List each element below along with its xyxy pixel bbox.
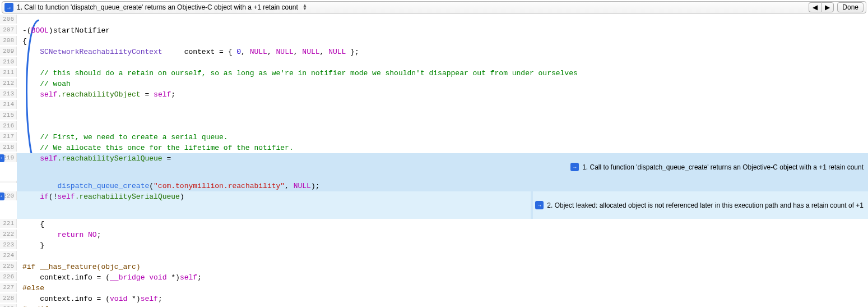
issue-toolbar: → 1. Call to function 'dispatch_queue_cr… (2, 1, 866, 13)
code-line (17, 111, 868, 121)
line-number: 221 (0, 219, 17, 228)
annotation-icon: → (535, 201, 544, 209)
annotation-bubble[interactable]: →1. Call to function 'dispatch_queue_cre… (566, 153, 867, 181)
code-line: #endif (17, 304, 868, 307)
line-number: 211 (0, 68, 17, 77)
issue-marker-icon[interactable]: → (0, 193, 4, 200)
issue-title[interactable]: 1. Call to function 'dispatch_queue_crea… (17, 3, 298, 11)
line-number: 216 (0, 121, 17, 130)
line-number: 224 (0, 251, 17, 260)
issue-stepper[interactable]: ▲▼ (303, 4, 307, 11)
next-button[interactable]: ▶ (821, 2, 834, 12)
code-line (17, 251, 868, 262)
line-number: 214 (0, 100, 17, 109)
line-number: →219 (0, 153, 17, 162)
code-line: self.reachabilitySerialQueue = →1. Call … (17, 153, 868, 181)
code-line: context.info = (__bridge void *)self; (17, 272, 868, 283)
prev-button[interactable]: ◀ (809, 2, 821, 12)
line-number: 227 (0, 283, 17, 292)
code-line: // this should do a retain on ourself, s… (17, 68, 868, 79)
code-line: // We allocate this once for the lifetim… (17, 143, 868, 153)
nav-buttons: ◀ ▶ (809, 2, 834, 12)
code-line: // First, we need to create a serial que… (17, 132, 868, 143)
line-number (0, 181, 17, 183)
code-line (17, 121, 868, 132)
code-line: // woah (17, 79, 868, 89)
annotation-text: 2. Object leaked: allocated object is no… (547, 201, 864, 209)
line-number: 215 (0, 111, 17, 120)
line-number: 218 (0, 143, 17, 152)
code-line: { (17, 219, 868, 230)
code-line: SCNetworkReachabilityContext context = {… (17, 47, 868, 57)
code-editor[interactable]: 206 207-(BOOL)startNotifier 208{ 209 SCN… (0, 15, 868, 307)
line-number: 208 (0, 36, 17, 45)
line-number: 207 (0, 25, 17, 34)
code-line: -(BOOL)startNotifier (17, 25, 868, 36)
line-number: 226 (0, 272, 17, 281)
line-number: 228 (0, 294, 17, 303)
line-number: 212 (0, 79, 17, 88)
line-number: 217 (0, 132, 17, 141)
line-number: 225 (0, 262, 17, 271)
code-line: } (17, 240, 868, 251)
code-line (17, 57, 868, 68)
annotation-text: 1. Call to function 'dispatch_queue_crea… (582, 163, 864, 171)
code-line: context.info = (void *)self; (17, 294, 868, 304)
line-number: 206 (0, 15, 17, 24)
code-line: return NO; (17, 230, 868, 240)
annotation-bubble[interactable]: →2. Object leaked: allocated object is n… (531, 191, 867, 219)
annotation-icon: → (570, 163, 579, 171)
code-line: { (17, 36, 868, 47)
done-button[interactable]: Done (837, 2, 864, 12)
issue-marker-icon[interactable]: → (0, 154, 4, 162)
line-number: 223 (0, 240, 17, 249)
code-line (17, 100, 868, 111)
line-number: →220 (0, 191, 17, 200)
code-line: dispatch_queue_create("com.tonymillion.r… (17, 181, 868, 191)
code-line: #else (17, 283, 868, 294)
line-number: 222 (0, 230, 17, 239)
code-line: #if __has_feature(objc_arc) (17, 262, 868, 272)
line-number: 213 (0, 89, 17, 98)
code-line (17, 15, 868, 25)
issue-icon: → (4, 3, 13, 12)
line-number: 229 (0, 304, 17, 307)
code-line: self.reachabilityObject = self; (17, 89, 868, 100)
code-line: if(!self.reachabilitySerialQueue) →2. Ob… (17, 191, 868, 219)
line-number: 210 (0, 57, 17, 66)
line-number: 209 (0, 47, 17, 56)
